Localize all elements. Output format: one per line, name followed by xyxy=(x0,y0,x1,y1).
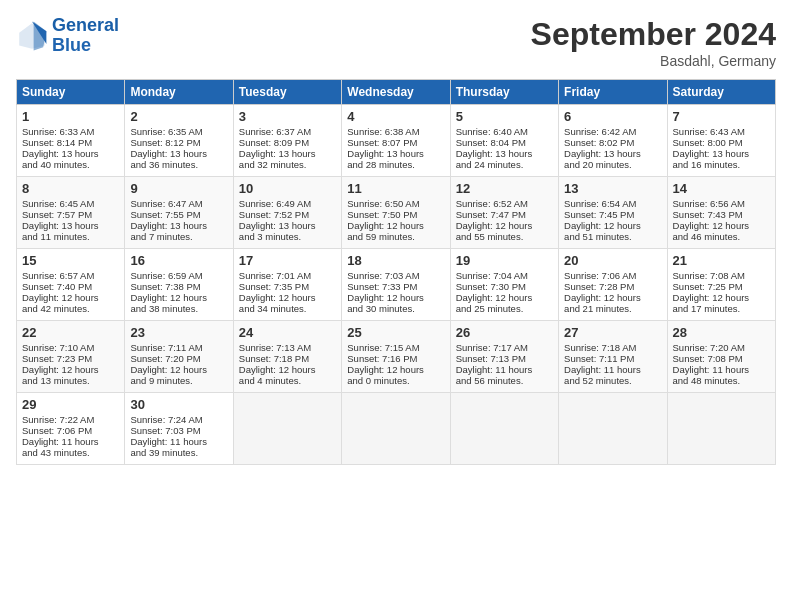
day-number: 22 xyxy=(22,325,119,340)
calendar-cell: 5Sunrise: 6:40 AMSunset: 8:04 PMDaylight… xyxy=(450,105,558,177)
day-info-line: and 0 minutes. xyxy=(347,375,444,386)
week-row-5: 29Sunrise: 7:22 AMSunset: 7:06 PMDayligh… xyxy=(17,393,776,465)
day-info-line: Sunrise: 6:59 AM xyxy=(130,270,227,281)
day-info-line: and 38 minutes. xyxy=(130,303,227,314)
day-info-line: Sunset: 7:50 PM xyxy=(347,209,444,220)
day-info-line: Sunset: 7:45 PM xyxy=(564,209,661,220)
day-number: 18 xyxy=(347,253,444,268)
day-info-line: Daylight: 13 hours xyxy=(130,220,227,231)
day-info-line: Daylight: 13 hours xyxy=(239,220,336,231)
day-info-line: and 21 minutes. xyxy=(564,303,661,314)
calendar-cell: 2Sunrise: 6:35 AMSunset: 8:12 PMDaylight… xyxy=(125,105,233,177)
calendar-cell xyxy=(667,393,775,465)
day-info-line: Sunset: 7:28 PM xyxy=(564,281,661,292)
col-tuesday: Tuesday xyxy=(233,80,341,105)
day-info-line: Sunset: 7:35 PM xyxy=(239,281,336,292)
day-info-line: Sunset: 7:06 PM xyxy=(22,425,119,436)
day-info-line: Sunrise: 6:37 AM xyxy=(239,126,336,137)
week-row-3: 15Sunrise: 6:57 AMSunset: 7:40 PMDayligh… xyxy=(17,249,776,321)
day-number: 29 xyxy=(22,397,119,412)
day-info-line: Sunset: 7:33 PM xyxy=(347,281,444,292)
day-info-line: Sunset: 7:30 PM xyxy=(456,281,553,292)
day-info-line: Sunset: 7:11 PM xyxy=(564,353,661,364)
day-info-line: Sunrise: 7:11 AM xyxy=(130,342,227,353)
day-info-line: Sunrise: 7:13 AM xyxy=(239,342,336,353)
day-info-line: Daylight: 11 hours xyxy=(456,364,553,375)
col-monday: Monday xyxy=(125,80,233,105)
day-info-line: and 52 minutes. xyxy=(564,375,661,386)
day-number: 26 xyxy=(456,325,553,340)
day-info-line: Daylight: 12 hours xyxy=(347,220,444,231)
calendar-cell: 7Sunrise: 6:43 AMSunset: 8:00 PMDaylight… xyxy=(667,105,775,177)
day-number: 21 xyxy=(673,253,770,268)
calendar-cell: 14Sunrise: 6:56 AMSunset: 7:43 PMDayligh… xyxy=(667,177,775,249)
day-info-line: Sunset: 8:09 PM xyxy=(239,137,336,148)
day-info-line: Daylight: 12 hours xyxy=(239,292,336,303)
week-row-4: 22Sunrise: 7:10 AMSunset: 7:23 PMDayligh… xyxy=(17,321,776,393)
day-info-line: Sunset: 7:08 PM xyxy=(673,353,770,364)
day-info-line: Daylight: 13 hours xyxy=(564,148,661,159)
day-info-line: and 32 minutes. xyxy=(239,159,336,170)
day-info-line: Sunrise: 7:17 AM xyxy=(456,342,553,353)
day-info-line: and 20 minutes. xyxy=(564,159,661,170)
calendar-cell: 28Sunrise: 7:20 AMSunset: 7:08 PMDayligh… xyxy=(667,321,775,393)
day-number: 13 xyxy=(564,181,661,196)
calendar-cell xyxy=(342,393,450,465)
day-info-line: Sunrise: 7:03 AM xyxy=(347,270,444,281)
day-info-line: Sunrise: 6:33 AM xyxy=(22,126,119,137)
day-number: 14 xyxy=(673,181,770,196)
day-info-line: and 46 minutes. xyxy=(673,231,770,242)
day-info-line: and 9 minutes. xyxy=(130,375,227,386)
day-number: 19 xyxy=(456,253,553,268)
day-info-line: Sunrise: 6:54 AM xyxy=(564,198,661,209)
day-number: 7 xyxy=(673,109,770,124)
day-info-line: Daylight: 12 hours xyxy=(130,292,227,303)
day-info-line: Sunset: 7:16 PM xyxy=(347,353,444,364)
day-info-line: Sunset: 7:38 PM xyxy=(130,281,227,292)
day-info-line: Sunset: 8:00 PM xyxy=(673,137,770,148)
calendar-cell: 4Sunrise: 6:38 AMSunset: 8:07 PMDaylight… xyxy=(342,105,450,177)
day-info-line: Daylight: 12 hours xyxy=(130,364,227,375)
calendar-cell: 30Sunrise: 7:24 AMSunset: 7:03 PMDayligh… xyxy=(125,393,233,465)
day-info-line: Sunrise: 6:38 AM xyxy=(347,126,444,137)
calendar-cell xyxy=(233,393,341,465)
day-info-line: Sunrise: 7:04 AM xyxy=(456,270,553,281)
day-info-line: and 59 minutes. xyxy=(347,231,444,242)
calendar-cell: 1Sunrise: 6:33 AMSunset: 8:14 PMDaylight… xyxy=(17,105,125,177)
day-info-line: Daylight: 11 hours xyxy=(564,364,661,375)
day-info-line: Daylight: 12 hours xyxy=(673,220,770,231)
calendar-cell: 9Sunrise: 6:47 AMSunset: 7:55 PMDaylight… xyxy=(125,177,233,249)
title-block: September 2024 Basdahl, Germany xyxy=(531,16,776,69)
page: General Blue September 2024 Basdahl, Ger… xyxy=(0,0,792,612)
day-number: 2 xyxy=(130,109,227,124)
day-number: 16 xyxy=(130,253,227,268)
day-number: 23 xyxy=(130,325,227,340)
day-info-line: and 51 minutes. xyxy=(564,231,661,242)
day-info-line: Sunrise: 7:08 AM xyxy=(673,270,770,281)
day-info-line: Sunrise: 6:45 AM xyxy=(22,198,119,209)
header-row: Sunday Monday Tuesday Wednesday Thursday… xyxy=(17,80,776,105)
day-info-line: and 42 minutes. xyxy=(22,303,119,314)
day-info-line: Sunset: 8:04 PM xyxy=(456,137,553,148)
day-info-line: Daylight: 12 hours xyxy=(564,220,661,231)
day-number: 25 xyxy=(347,325,444,340)
col-friday: Friday xyxy=(559,80,667,105)
day-info-line: Sunrise: 6:35 AM xyxy=(130,126,227,137)
logo-text: General Blue xyxy=(52,16,119,56)
day-info-line: Daylight: 13 hours xyxy=(22,220,119,231)
day-info-line: Sunrise: 6:42 AM xyxy=(564,126,661,137)
day-number: 4 xyxy=(347,109,444,124)
day-info-line: Sunrise: 6:40 AM xyxy=(456,126,553,137)
subtitle: Basdahl, Germany xyxy=(531,53,776,69)
day-info-line: Sunset: 8:07 PM xyxy=(347,137,444,148)
col-thursday: Thursday xyxy=(450,80,558,105)
day-info-line: and 7 minutes. xyxy=(130,231,227,242)
day-number: 6 xyxy=(564,109,661,124)
day-info-line: and 36 minutes. xyxy=(130,159,227,170)
day-info-line: Sunset: 7:25 PM xyxy=(673,281,770,292)
calendar-cell: 22Sunrise: 7:10 AMSunset: 7:23 PMDayligh… xyxy=(17,321,125,393)
day-info-line: and 4 minutes. xyxy=(239,375,336,386)
calendar-cell: 24Sunrise: 7:13 AMSunset: 7:18 PMDayligh… xyxy=(233,321,341,393)
calendar-cell: 27Sunrise: 7:18 AMSunset: 7:11 PMDayligh… xyxy=(559,321,667,393)
day-info-line: Daylight: 12 hours xyxy=(564,292,661,303)
